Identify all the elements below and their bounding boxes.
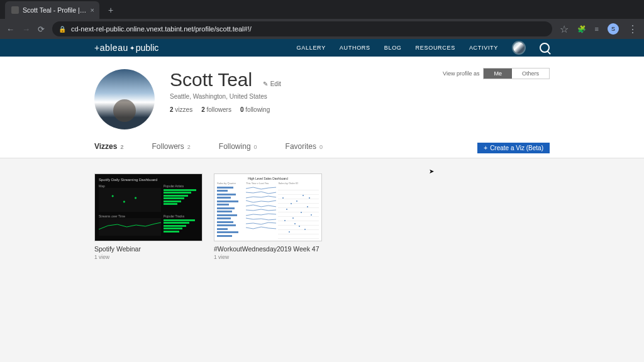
tab-followers[interactable]: Followers2 (152, 142, 190, 154)
nav-authors[interactable]: AUTHORS (340, 45, 370, 51)
viz-title: Spotify Webinar (94, 245, 203, 253)
viz-views: 1 view (94, 254, 203, 260)
url-bar[interactable]: 🔒 cd-next-rel-public.online.vnext.tabint… (52, 21, 552, 36)
new-tab-button[interactable]: + (104, 5, 117, 15)
browser-toolbar: ← → ⟳ 🔒 cd-next-rel-public.online.vnext.… (0, 19, 644, 39)
browser-tab[interactable]: Scott Teal - Profile | Tableau P × (5, 1, 99, 19)
profile-location: Seattle, Washington, United States (170, 93, 281, 100)
tab-title: Scott Teal - Profile | Tableau P (23, 6, 87, 14)
tab-favorites[interactable]: Favorites0 (286, 142, 323, 154)
viz-title: #WorkoutWednesday2019 Week 47 (214, 245, 322, 253)
site-header: +ableau✦public GALLERY AUTHORS BLOG RESO… (0, 39, 644, 57)
url-text: cd-next-rel-public.online.vnext.tabint.n… (71, 25, 252, 33)
profile-section: Scott Teal ✎ Edit Seattle, Washington, U… (0, 57, 644, 129)
back-icon[interactable]: ← (6, 25, 14, 34)
tab-vizzes[interactable]: Vizzes2 (94, 142, 123, 154)
logo[interactable]: +ableau✦public (94, 43, 158, 53)
viz-thumbnail[interactable]: Spotify Daily Streaming Dashboard Map Po… (94, 173, 203, 241)
view-as-me[interactable]: Me (484, 69, 512, 79)
user-avatar[interactable] (512, 41, 526, 55)
extensions-icon[interactable]: 🧩 (577, 25, 586, 33)
star-icon[interactable]: ☆ (560, 23, 569, 35)
profile-picture[interactable] (94, 69, 155, 129)
nav-activity[interactable]: ACTIVITY (469, 45, 498, 51)
edit-button[interactable]: ✎ Edit (263, 80, 281, 87)
nav-gallery[interactable]: GALLERY (297, 45, 326, 51)
viz-card[interactable]: Spotify Daily Streaming Dashboard Map Po… (94, 173, 203, 260)
close-icon[interactable]: × (91, 6, 94, 14)
reading-list-icon[interactable]: ≡ (595, 25, 599, 33)
content-tabs: Vizzes2 Followers2 Following0 Favorites0… (0, 129, 644, 158)
plus-icon: ✦ (130, 45, 135, 52)
reload-icon[interactable]: ⟳ (38, 25, 45, 34)
plus-icon: + (484, 145, 487, 151)
viz-thumbnail[interactable]: High Level Sales Dashboard Sales by Quar… (214, 173, 322, 241)
menu-icon[interactable]: ⋮ (628, 23, 638, 35)
search-icon[interactable] (540, 43, 550, 53)
profile-name: Scott Teal (170, 69, 252, 90)
viz-grid: Spotify Daily Streaming Dashboard Map Po… (0, 158, 644, 275)
profile-stats: 2 vizzes 2 followers 0 following (170, 106, 281, 113)
tab-following[interactable]: Following0 (219, 142, 257, 154)
pencil-icon: ✎ (263, 80, 268, 87)
view-as-toggle: View profile as Me Others (443, 68, 550, 79)
favicon-icon (11, 6, 19, 14)
viz-views: 1 view (214, 254, 322, 260)
create-viz-button[interactable]: + Create a Viz (Beta) (477, 143, 550, 153)
lock-icon: 🔒 (58, 26, 66, 33)
browser-profile-icon[interactable]: S (608, 23, 619, 35)
nav-resources[interactable]: RESOURCES (416, 45, 455, 51)
viz-card[interactable]: High Level Sales Dashboard Sales by Quar… (214, 173, 322, 260)
forward-icon[interactable]: → (22, 25, 30, 34)
view-as-others[interactable]: Others (512, 69, 549, 79)
nav-blog[interactable]: BLOG (384, 45, 402, 51)
